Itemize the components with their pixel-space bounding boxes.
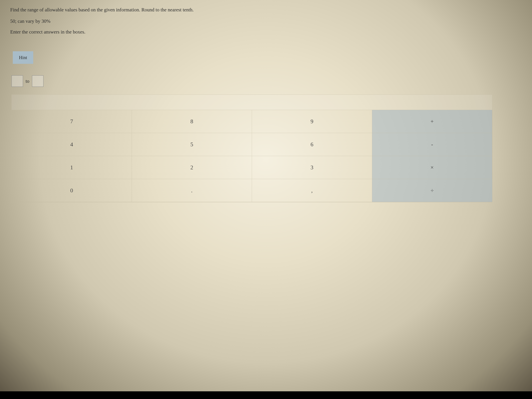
keypad-4[interactable]: 4	[12, 133, 132, 156]
question-given: 50; can vary by 30%	[10, 18, 522, 24]
hint-button[interactable]: Hint	[13, 51, 33, 64]
keypad-display	[12, 95, 492, 110]
answer-row: to	[12, 75, 522, 87]
keypad-9[interactable]: 9	[252, 110, 372, 133]
question-prompt: Find the range of allowable values based…	[10, 6, 522, 13]
answer-connector: to	[25, 78, 29, 84]
answer-input-high[interactable]	[32, 75, 44, 87]
keypad-divide[interactable]: ÷	[372, 179, 492, 202]
bottom-bar	[0, 391, 532, 399]
keypad-1[interactable]: 1	[12, 156, 132, 179]
keypad-grid: 7 8 9 + 4 5 6 - 1 2 3 × 0 . , ÷	[12, 110, 492, 202]
keypad-multiply[interactable]: ×	[372, 156, 492, 179]
answer-input-low[interactable]	[12, 75, 23, 87]
question-instructions: Enter the correct answers in the boxes.	[10, 29, 522, 35]
keypad-plus[interactable]: +	[372, 110, 492, 133]
keypad-7[interactable]: 7	[12, 110, 132, 133]
keypad-2[interactable]: 2	[132, 156, 252, 179]
keypad-8[interactable]: 8	[132, 110, 252, 133]
keypad-0[interactable]: 0	[12, 179, 132, 202]
keypad-3[interactable]: 3	[252, 156, 372, 179]
keypad: 7 8 9 + 4 5 6 - 1 2 3 × 0 . , ÷	[12, 95, 492, 202]
keypad-comma[interactable]: ,	[252, 179, 372, 202]
keypad-5[interactable]: 5	[132, 133, 252, 156]
keypad-6[interactable]: 6	[252, 133, 372, 156]
keypad-decimal[interactable]: .	[132, 179, 252, 202]
keypad-minus[interactable]: -	[372, 133, 492, 156]
